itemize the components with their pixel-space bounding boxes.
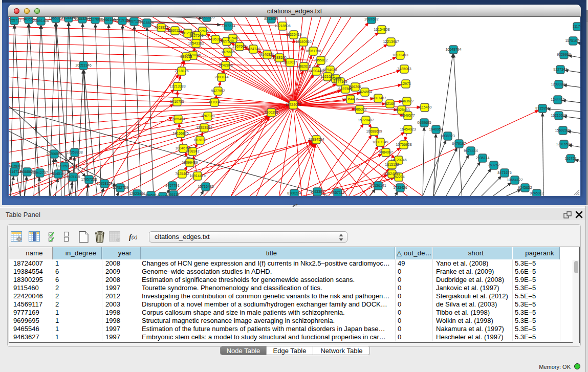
svg-text:904501: 904501 [145,193,157,196]
svg-text:2300295: 2300295 [264,111,278,114]
svg-text:12213967: 12213967 [383,40,399,43]
svg-text:1733426: 1733426 [393,186,407,189]
svg-text:15720407: 15720407 [358,118,374,122]
svg-text:8938923: 8938923 [441,134,454,138]
svg-text:118341: 118341 [157,194,169,196]
svg-text:8990448: 8990448 [309,69,323,73]
svg-text:18807249: 18807249 [372,140,388,144]
svg-text:12942737: 12942737 [32,171,48,174]
svg-text:995112: 995112 [168,193,180,196]
svg-text:1615132: 1615132 [385,163,399,166]
svg-text:0699695: 0699695 [417,121,431,124]
svg-text:16033809: 16033809 [199,17,214,19]
svg-text:1965404: 1965404 [171,117,185,121]
svg-text:12923446: 12923446 [129,192,145,195]
svg-text:19384554: 19384554 [308,138,324,141]
svg-text:1640954: 1640954 [429,127,443,131]
svg-text:6794028: 6794028 [323,68,337,72]
svg-text:2967608: 2967608 [232,45,246,48]
svg-text:9242848: 9242848 [219,63,232,67]
svg-text:9457791: 9457791 [165,184,179,187]
svg-text:15716485: 15716485 [198,185,213,188]
svg-text:2505115: 2505115 [67,175,80,179]
svg-text:11325419: 11325419 [286,33,302,36]
svg-text:16782759: 16782759 [112,186,128,189]
svg-text:16648794: 16648794 [445,48,461,51]
svg-text:2055712: 2055712 [9,18,21,22]
svg-text:10958117: 10958117 [97,182,113,185]
svg-text:20053346: 20053346 [75,63,91,67]
svg-text:12973: 12973 [401,82,411,85]
svg-text:3498242: 3498242 [185,149,199,153]
svg-text:9327508: 9327508 [220,39,233,43]
svg-text:3267110: 3267110 [201,114,215,118]
svg-text:8100224: 8100224 [287,191,301,195]
svg-text:7357214: 7357214 [221,24,235,28]
svg-text:17016504: 17016504 [556,142,572,146]
svg-text:7986322: 7986322 [353,107,366,111]
svg-text:1093302: 1093302 [310,190,324,193]
svg-text:1010755: 1010755 [170,100,184,103]
svg-text:2087682: 2087682 [364,17,378,21]
svg-text:9474444: 9474444 [464,149,477,152]
svg-text:12353594: 12353594 [196,126,212,129]
svg-text:16210643: 16210643 [551,114,567,117]
svg-text:7485063: 7485063 [397,67,411,71]
svg-text:2935114: 2935114 [476,156,490,160]
svg-text:1067135: 1067135 [127,19,141,23]
svg-text:9777169: 9777169 [333,80,347,83]
svg-text:11174: 11174 [573,25,580,28]
svg-text:17359938: 17359938 [67,150,82,154]
svg-text:81546: 81546 [228,36,238,40]
svg-text:116753: 116753 [565,157,577,160]
svg-text:8471676: 8471676 [497,171,511,174]
svg-text:9329966: 9329966 [557,53,571,56]
svg-text:15692971: 15692971 [555,128,571,132]
svg-text:20206576: 20206576 [46,152,62,156]
svg-text:32975887: 32975887 [56,164,72,168]
svg-text:1349577: 1349577 [401,114,415,117]
svg-text:887833: 887833 [194,138,206,142]
svg-text:7625402: 7625402 [175,172,189,176]
svg-text:1244415: 1244415 [551,98,564,101]
svg-text:2718126: 2718126 [175,69,188,73]
svg-text:15751074: 15751074 [565,39,580,42]
svg-text:9084067: 9084067 [379,150,393,154]
svg-text:9463627: 9463627 [400,99,413,103]
svg-text:6497568: 6497568 [338,87,352,91]
svg-text:16454923: 16454923 [400,127,416,131]
svg-text:10025453: 10025453 [394,108,409,112]
svg-text:7955812: 7955812 [314,58,328,62]
svg-text:8454749: 8454749 [246,47,260,51]
svg-text:8215955: 8215955 [535,106,549,110]
svg-text:16120746: 16120746 [390,158,406,162]
svg-text:19218506: 19218506 [274,24,290,28]
svg-text:7515526: 7515526 [140,21,154,25]
svg-text:8660124: 8660124 [168,29,182,32]
svg-text:2803144: 2803144 [214,75,228,79]
svg-text:62160: 62160 [385,102,395,105]
svg-text:6479197: 6479197 [452,142,466,145]
svg-text:1527602: 1527602 [88,17,102,21]
svg-text:16961758: 16961758 [305,49,321,53]
svg-text:1588520: 1588520 [272,56,286,59]
svg-text:16914479: 16914479 [189,174,205,178]
svg-text:3875685: 3875685 [221,50,234,54]
svg-text:(x): (x) [132,234,138,240]
svg-text:1065327: 1065327 [49,17,62,20]
svg-text:21364436: 21364436 [342,97,358,101]
svg-text:9245012: 9245012 [530,191,543,195]
svg-text:6466160: 6466160 [101,18,115,21]
svg-text:10688609: 10688609 [366,129,382,133]
svg-text:9245652: 9245652 [518,186,532,189]
svg-text:417004: 417004 [208,100,220,104]
svg-text:1362615: 1362615 [297,64,311,68]
svg-text:763262: 763262 [488,163,499,167]
svg-text:16099489: 16099489 [182,161,198,164]
svg-text:10973493: 10973493 [392,53,408,57]
svg-text:10807487: 10807487 [370,96,386,100]
svg-text:9427552: 9427552 [211,89,225,93]
svg-text:14136141: 14136141 [370,184,386,187]
svg-text:12093872: 12093872 [551,82,567,86]
svg-text:9115460: 9115460 [418,105,432,109]
